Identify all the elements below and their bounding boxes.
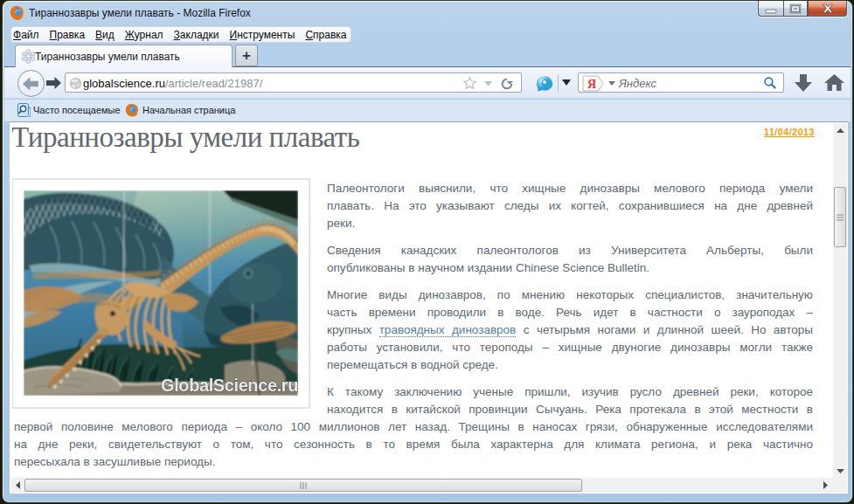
svg-text:GlobalScience.ru: GlobalScience.ru xyxy=(161,376,298,395)
svg-text:Я: Я xyxy=(587,78,596,91)
